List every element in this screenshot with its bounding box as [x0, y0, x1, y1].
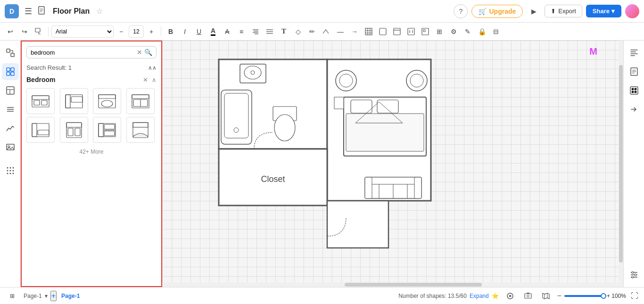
zoom-level-label: + 100%	[605, 293, 626, 299]
app-logo[interactable]: D	[5, 4, 19, 18]
screenshot-button[interactable]	[521, 289, 535, 303]
sidebar-connect-icon[interactable]	[2, 44, 19, 61]
swimlane-button[interactable]	[390, 25, 404, 38]
right-settings-icon[interactable]	[626, 266, 643, 283]
collapse-category-button[interactable]: ∧	[152, 76, 157, 83]
horizontal-scrollbar-thumb[interactable]	[345, 283, 481, 287]
lock-button[interactable]: 🔒	[475, 25, 488, 38]
list-button[interactable]	[263, 25, 276, 38]
export-diagram-button[interactable]: ⊟	[489, 25, 503, 38]
extra-shapes-button[interactable]: ⊞	[433, 25, 446, 38]
shape-item-4[interactable]	[126, 88, 155, 114]
horizontal-scrollbar[interactable]	[162, 282, 619, 287]
pen-button[interactable]: ✏	[305, 25, 319, 38]
font-color-button[interactable]: A	[206, 25, 220, 38]
connector-button[interactable]	[320, 25, 333, 38]
fullscreen-button[interactable]: ⛶	[631, 292, 638, 300]
add-page-button[interactable]: +	[50, 291, 57, 301]
sidebar-image-icon[interactable]	[2, 139, 19, 156]
shape-item-5[interactable]	[26, 117, 55, 143]
favorite-icon[interactable]: ☆	[96, 7, 103, 16]
collapse-button[interactable]	[419, 25, 432, 38]
shape-button[interactable]: ◇	[291, 25, 305, 38]
sidebar-templates-icon[interactable]	[2, 82, 19, 99]
right-pages-icon[interactable]	[626, 63, 643, 80]
bold-button[interactable]: B	[164, 25, 177, 38]
upgrade-button[interactable]: 🛒 Upgrade	[471, 5, 523, 18]
more-shapes-label[interactable]: 42+ More	[26, 148, 157, 155]
svg-rect-51	[32, 96, 49, 99]
text-tool-button[interactable]: T	[277, 25, 290, 38]
vertical-scrollbar-thumb[interactable]	[619, 65, 623, 262]
redo-button[interactable]: ↪	[18, 25, 31, 38]
close-category-button[interactable]: ✕	[143, 76, 148, 83]
arrow-style-button[interactable]: →	[348, 25, 361, 38]
zoom-out-button[interactable]: −	[557, 292, 561, 300]
svg-rect-18	[394, 28, 400, 35]
shape-item-6[interactable]	[60, 117, 88, 143]
sidebar-layers-icon[interactable]	[2, 101, 19, 118]
shape-item-8[interactable]	[126, 117, 155, 143]
search-icon[interactable]: 🔍	[144, 49, 152, 56]
shape-item-1[interactable]	[26, 88, 55, 114]
vertical-scrollbar[interactable]	[619, 41, 623, 287]
edit-button[interactable]: ✎	[461, 25, 474, 38]
svg-rect-102	[365, 177, 372, 198]
svg-rect-29	[7, 68, 10, 71]
svg-rect-103	[414, 177, 421, 198]
search-bar[interactable]: ✕ 🔍	[26, 46, 157, 58]
container-button[interactable]	[376, 25, 389, 38]
menu-icon[interactable]: ☰	[25, 6, 32, 16]
underline-button[interactable]: U	[192, 25, 206, 38]
sidebar-more-icon[interactable]	[2, 162, 19, 179]
text-align-right-button[interactable]	[249, 25, 262, 38]
table-button[interactable]	[362, 25, 375, 38]
sidebar-shapes-icon[interactable]	[2, 63, 19, 80]
paint-format-button[interactable]	[32, 25, 45, 38]
shape-item-3[interactable]	[93, 88, 121, 114]
text-align-button[interactable]: ≡	[235, 25, 248, 38]
right-properties-icon[interactable]	[626, 82, 643, 99]
strikethrough-button[interactable]: A	[221, 25, 234, 38]
right-arrow-icon[interactable]	[626, 101, 643, 118]
svg-rect-24	[423, 30, 425, 32]
sidebar-charts-icon[interactable]	[2, 120, 19, 137]
italic-button[interactable]: I	[178, 25, 191, 38]
line-style-button[interactable]: —	[334, 25, 347, 38]
svg-point-44	[7, 170, 8, 172]
share-label: Share	[593, 8, 610, 15]
layers-toggle-button[interactable]	[504, 289, 517, 303]
shape-count-label: Number of shapes: 13.5/60	[398, 293, 467, 299]
user-avatar[interactable]	[625, 4, 639, 18]
collapse-results-button[interactable]: ∧∧	[148, 65, 157, 71]
share-button[interactable]: Share ▾	[586, 5, 621, 17]
font-family-select[interactable]: ArialTimes New RomanHelvetica	[51, 25, 114, 38]
font-size-input[interactable]	[129, 25, 144, 38]
search-input[interactable]	[31, 49, 137, 56]
clear-search-button[interactable]: ✕	[137, 49, 142, 56]
svg-point-83	[244, 66, 261, 79]
star-shape-button[interactable]: ⚙	[447, 25, 460, 38]
active-page[interactable]: Page-1	[61, 293, 80, 299]
font-size-decrease-button[interactable]: −	[115, 25, 128, 38]
expand-shapes-button[interactable]: Expand	[470, 293, 489, 299]
export-button[interactable]: ⬆ Export	[545, 5, 582, 17]
svg-point-45	[9, 170, 11, 172]
font-size-increase-button[interactable]: +	[145, 25, 158, 38]
shape-item-7[interactable]	[93, 117, 121, 143]
zoom-slider[interactable]	[564, 295, 602, 297]
map-button[interactable]	[539, 289, 553, 303]
svg-rect-61	[132, 95, 149, 99]
help-button[interactable]: ?	[454, 4, 468, 18]
undo-button[interactable]: ↩	[4, 25, 17, 38]
canvas-area[interactable]: M	[162, 41, 623, 287]
floor-plan[interactable]: Closet	[200, 55, 445, 257]
play-button[interactable]: ▶	[527, 4, 541, 18]
svg-rect-53	[41, 100, 47, 105]
right-format-icon[interactable]	[626, 44, 643, 61]
svg-point-46	[12, 170, 14, 172]
shape-item-2[interactable]	[60, 88, 88, 114]
page-sidebar-toggle[interactable]: ⊞	[6, 289, 19, 303]
page-dropdown-icon[interactable]: ▾	[45, 293, 48, 299]
expand-button[interactable]	[405, 25, 418, 38]
